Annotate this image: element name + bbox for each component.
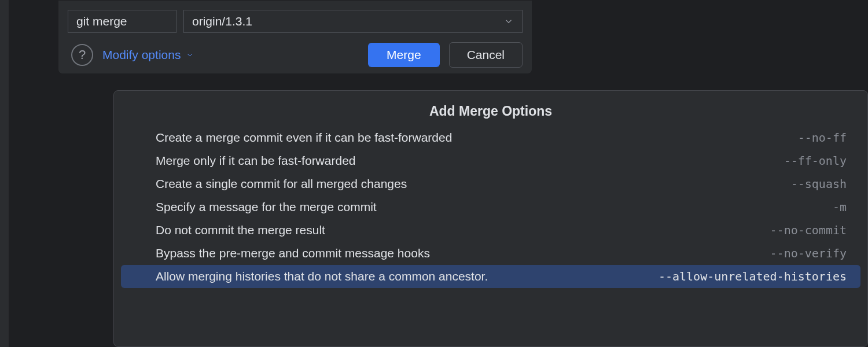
option-flag: -m bbox=[833, 200, 847, 214]
option-row[interactable]: Create a merge commit even if it can be … bbox=[114, 126, 867, 149]
option-flag: --no-commit bbox=[770, 223, 847, 237]
command-row: git merge origin/1.3.1 bbox=[68, 10, 523, 33]
git-command-box: git merge bbox=[68, 10, 176, 33]
option-flag: --allow-unrelated-histories bbox=[659, 270, 847, 283]
modify-options-link[interactable]: Modify options bbox=[102, 48, 194, 62]
option-row[interactable]: Allow merging histories that do not shar… bbox=[121, 265, 860, 288]
option-flag: --squash bbox=[791, 177, 847, 191]
option-description: Create a merge commit even if it can be … bbox=[156, 131, 452, 145]
option-description: Create a single commit for all merged ch… bbox=[156, 177, 407, 191]
option-row[interactable]: Create a single commit for all merged ch… bbox=[114, 172, 867, 195]
option-row[interactable]: Merge only if it can be fast-forwarded--… bbox=[114, 149, 867, 172]
modify-options-label: Modify options bbox=[102, 48, 181, 62]
option-description: Bypass the pre-merge and commit message … bbox=[156, 246, 430, 260]
merge-button[interactable]: Merge bbox=[368, 43, 440, 67]
option-row[interactable]: Bypass the pre-merge and commit message … bbox=[114, 242, 867, 265]
option-flag: --no-verify bbox=[770, 246, 847, 260]
action-row: ? Modify options Merge Cancel bbox=[68, 42, 523, 68]
chevron-down-icon bbox=[185, 50, 194, 60]
merge-dialog: git merge origin/1.3.1 ? Modify options … bbox=[58, 0, 532, 74]
option-description: Do not commit the merge result bbox=[156, 223, 325, 237]
option-flag: --ff-only bbox=[784, 154, 847, 168]
option-row[interactable]: Specify a message for the merge commit-m bbox=[114, 195, 867, 219]
options-list: Create a merge commit even if it can be … bbox=[114, 124, 867, 290]
merge-options-popup: Add Merge Options Create a merge commit … bbox=[113, 90, 868, 347]
help-icon[interactable]: ? bbox=[71, 44, 93, 66]
popup-title: Add Merge Options bbox=[114, 91, 867, 124]
option-row[interactable]: Do not commit the merge result--no-commi… bbox=[114, 219, 867, 242]
branch-name: origin/1.3.1 bbox=[192, 14, 252, 28]
branch-dropdown[interactable]: origin/1.3.1 bbox=[183, 10, 523, 33]
option-description: Allow merging histories that do not shar… bbox=[156, 270, 488, 283]
option-description: Merge only if it can be fast-forwarded bbox=[156, 154, 356, 168]
option-flag: --no-ff bbox=[798, 131, 847, 145]
side-stripe bbox=[0, 0, 9, 347]
cancel-button[interactable]: Cancel bbox=[449, 42, 523, 68]
git-command-text: git merge bbox=[76, 14, 127, 28]
chevron-down-icon bbox=[503, 16, 514, 27]
option-description: Specify a message for the merge commit bbox=[156, 200, 377, 214]
